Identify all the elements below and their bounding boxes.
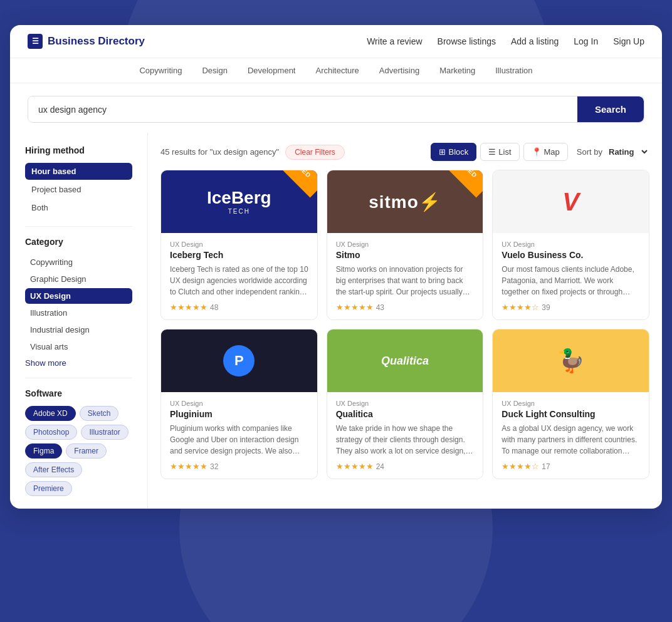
tag-sketch[interactable]: Sketch <box>80 406 119 421</box>
view-block-button[interactable]: ⊞ Block <box>431 143 476 161</box>
list-icon: ☰ <box>488 147 496 157</box>
review-count: 32 <box>210 462 218 471</box>
card-rating: ★★★★☆ 39 <box>501 303 640 312</box>
results-meta: 45 results for "ux design agency" Clear … <box>160 145 345 160</box>
search-input[interactable] <box>28 96 577 122</box>
clear-filters-button[interactable]: Clear Filters <box>285 145 345 160</box>
results-area: 45 results for "ux design agency" Clear … <box>148 133 662 509</box>
card-desc: Iceberg Tech is rated as one of the top … <box>170 264 308 298</box>
tag-framer[interactable]: Framer <box>66 443 107 459</box>
nav-signup[interactable]: Sign Up <box>613 36 644 46</box>
card-body: UX Design Duck Light Consulting As a glo… <box>493 392 649 479</box>
card-logo: 🦆 <box>493 329 649 392</box>
stars: ★★★★★ <box>170 462 207 471</box>
card-logo: IceBerg TECH FEATURED <box>161 170 317 233</box>
stars: ★★★★★ <box>336 462 374 471</box>
divider-2 <box>25 378 132 378</box>
search-bar: Search <box>28 96 644 123</box>
cat-copywriting[interactable]: Copywriting <box>139 66 182 75</box>
logo[interactable]: ☰ Business Directory <box>28 34 145 49</box>
cat-filter-ux-design[interactable]: UX Design <box>25 288 132 304</box>
listing-card[interactable]: V UX Design Vuelo Business Co. Our most … <box>492 170 649 320</box>
card-logo: P <box>161 329 317 392</box>
search-button[interactable]: Search <box>577 96 644 122</box>
filter-both[interactable]: Both <box>25 199 132 216</box>
results-header: 45 results for "ux design agency" Clear … <box>160 143 649 161</box>
listing-card[interactable]: sitmo⚡ FEATURED UX Design Sitmo Sitmo wo… <box>327 170 484 320</box>
listing-card[interactable]: Qualitica UX Design Qualitica We take pr… <box>327 329 484 479</box>
review-count: 17 <box>542 462 550 471</box>
card-desc: As a global UX design agency, we work wi… <box>501 423 640 457</box>
card-body: UX Design Vuelo Business Co. Our most fa… <box>493 233 649 319</box>
logo-icon: ☰ <box>28 34 43 49</box>
card-desc: Pluginium works with companies like Goog… <box>170 423 308 457</box>
tag-adobe-xd[interactable]: Adobe XD <box>25 406 76 421</box>
card-body: UX Design Pluginium Pluginium works with… <box>161 392 317 479</box>
filter-hour-based[interactable]: Hour based <box>25 163 132 180</box>
card-title: Duck Light Consulting <box>501 409 640 419</box>
tag-photoshop[interactable]: Photoshop <box>25 425 77 440</box>
view-list-button[interactable]: ☰ List <box>480 143 519 161</box>
sort-control: Sort by Rating Newest Popular <box>577 147 649 157</box>
cat-architecture[interactable]: Architecture <box>315 66 359 75</box>
nav-write-review[interactable]: Write a review <box>367 36 422 46</box>
view-list-label: List <box>498 147 511 157</box>
main-nav: Write a review Browse listings Add a lis… <box>367 36 644 46</box>
review-count: 39 <box>542 303 550 312</box>
tag-premiere[interactable]: Premiere <box>25 481 72 496</box>
card-rating: ★★★★★ 43 <box>336 303 475 312</box>
cat-illustration[interactable]: Illustration <box>495 66 532 75</box>
stars: ★★★★★ <box>170 303 207 312</box>
stars: ★★★★☆ <box>501 303 539 312</box>
cat-marketing[interactable]: Marketing <box>439 66 475 75</box>
view-map-button[interactable]: 📍 Map <box>523 143 568 161</box>
card-category: UX Design <box>336 400 475 407</box>
nav-add-listing[interactable]: Add a listing <box>511 36 559 46</box>
map-icon: 📍 <box>532 147 542 157</box>
tag-after-effects[interactable]: After Effects <box>25 462 82 477</box>
cat-filter-industrial-design[interactable]: Industrial design <box>25 322 132 338</box>
cat-development[interactable]: Development <box>248 66 296 75</box>
show-more-link[interactable]: Show more <box>25 358 132 368</box>
cat-filter-graphic-design[interactable]: Graphic Design <box>25 271 132 287</box>
tag-figma[interactable]: Figma <box>25 443 62 459</box>
card-title: Vuelo Business Co. <box>501 250 640 260</box>
card-title: Qualitica <box>336 409 475 419</box>
card-title: Pluginium <box>170 409 308 419</box>
listing-card[interactable]: P UX Design Pluginium Pluginium works wi… <box>160 329 318 479</box>
cat-advertising[interactable]: Advertising <box>379 66 419 75</box>
hiring-method-title: Hiring method <box>25 145 132 155</box>
divider-1 <box>25 226 132 227</box>
nav-login[interactable]: Log In <box>574 36 598 46</box>
nav-browse-listings[interactable]: Browse listings <box>438 36 496 46</box>
cat-design[interactable]: Design <box>202 66 227 75</box>
card-desc: Our most famous clients include Adobe, P… <box>501 264 640 298</box>
search-section: Search <box>10 83 662 133</box>
card-logo: Qualitica <box>327 329 483 392</box>
sort-label: Sort by <box>577 147 602 157</box>
sidebar: Hiring method Hour based Project based B… <box>10 133 148 509</box>
tag-illustrator[interactable]: Illustrator <box>81 425 128 440</box>
card-category: UX Design <box>170 241 308 248</box>
card-title: Sitmo <box>336 250 475 260</box>
card-rating: ★★★★☆ 17 <box>501 462 640 471</box>
card-desc: We take pride in how we shape the strate… <box>336 423 475 457</box>
listing-card[interactable]: IceBerg TECH FEATURED UX Design Iceberg … <box>160 170 318 320</box>
view-map-label: Map <box>544 147 560 157</box>
cat-filter-copywriting[interactable]: Copywriting <box>25 254 132 270</box>
filter-project-based[interactable]: Project based <box>25 181 132 198</box>
stars: ★★★★★ <box>336 303 374 312</box>
card-category: UX Design <box>170 400 308 407</box>
logo-text: Business Directory <box>48 35 145 48</box>
card-rating: ★★★★★ 48 <box>170 303 308 312</box>
cat-filter-illustration[interactable]: Illustration <box>25 305 132 321</box>
card-rating: ★★★★★ 32 <box>170 462 308 471</box>
grid-icon: ⊞ <box>439 147 446 157</box>
software-tags: Adobe XD Sketch Photoshop Illustrator Fi… <box>25 406 132 496</box>
card-logo: sitmo⚡ FEATURED <box>327 170 483 233</box>
card-body: UX Design Sitmo Sitmo works on innovatio… <box>327 233 483 319</box>
cat-filter-visual-arts[interactable]: Visual arts <box>25 339 132 355</box>
card-title: Iceberg Tech <box>170 250 308 260</box>
listing-card[interactable]: 🦆 UX Design Duck Light Consulting As a g… <box>492 329 649 479</box>
sort-select[interactable]: Rating Newest Popular <box>606 147 649 157</box>
